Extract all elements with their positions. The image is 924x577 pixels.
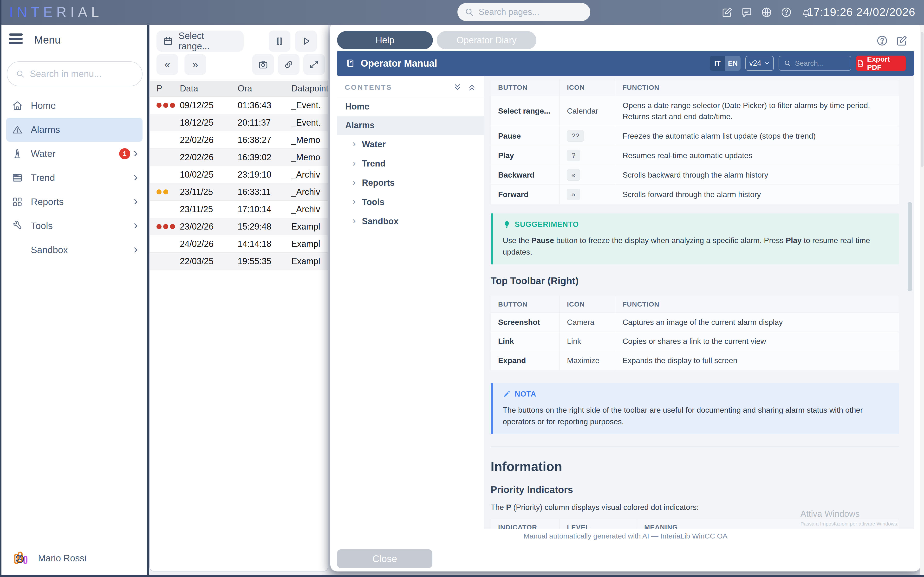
modal-edit-icon[interactable] [896, 34, 908, 47]
sidebar-item-trend[interactable]: Trend› [6, 166, 142, 190]
select-range-button[interactable]: Select range... [157, 31, 244, 52]
table-row: Forward»Scrolls forward through the alar… [491, 185, 899, 204]
table-column-header: MEANING [637, 519, 899, 529]
alarm-row[interactable]: 24/02/2614:14:18Exampl [150, 235, 328, 253]
contents-item-sandbox[interactable]: ›Sandbox [337, 212, 484, 231]
alarm-table-body: 09/12/2501:36:43_Event.18/12/2520:11:37_… [150, 97, 328, 270]
cell-icon: Camera [560, 313, 615, 332]
alarm-time: 19:55:35 [237, 256, 291, 266]
lang-it[interactable]: IT [710, 56, 725, 71]
sidebar-search[interactable] [7, 61, 142, 86]
language-toggle[interactable]: IT EN [710, 56, 741, 71]
alarm-date: 24/02/26 [180, 239, 237, 249]
alarm-table-header: P Data Ora Datapoint [150, 81, 328, 97]
user-profile[interactable]: Mario Rossi [2, 549, 147, 568]
alarm-date: 22/02/26 [180, 152, 237, 163]
sidebar-item-alarms[interactable]: Alarms [6, 118, 142, 142]
contents-item-reports[interactable]: ›Reports [337, 173, 484, 192]
contents-item-home[interactable]: Home [337, 97, 484, 116]
alarm-date: 22/02/26 [180, 135, 237, 145]
cell-button: Forward [491, 185, 560, 204]
version-select[interactable]: v24 [745, 56, 774, 71]
contents-header: CONTENTS [337, 76, 484, 97]
edit-icon[interactable] [721, 6, 733, 18]
tab-operator-diary[interactable]: Operator Diary [437, 31, 536, 49]
frame-left [0, 0, 2, 577]
alarm-row[interactable]: 09/12/2501:36:43_Event. [150, 97, 328, 114]
chevrons-up-icon[interactable] [468, 83, 476, 92]
sidebar-item-water[interactable]: Water1› [6, 142, 142, 166]
play-button[interactable] [295, 31, 317, 52]
sidebar-item-sandbox[interactable]: Sandbox› [6, 238, 142, 262]
chevron-right-icon: › [134, 195, 138, 207]
key-badge: « [567, 169, 580, 181]
alarm-row[interactable]: 22/02/2616:39:02_Memo [150, 149, 328, 166]
expand-button[interactable] [303, 54, 325, 75]
table-row: LinkLinkCopies or shares a link to the c… [491, 332, 899, 351]
sidebar-item-home[interactable]: Home [6, 93, 142, 118]
pause-button[interactable] [269, 31, 290, 52]
global-search-input[interactable] [478, 7, 583, 17]
contents-item-label: Home [345, 102, 369, 112]
contents-item-alarms[interactable]: Alarms [337, 116, 484, 135]
contents-items: HomeAlarms›Water›Trend›Reports›Tools›San… [337, 97, 484, 231]
manual-scrollbar-thumb[interactable] [908, 202, 912, 292]
hamburger-menu-icon[interactable] [9, 34, 23, 44]
global-search[interactable] [457, 3, 590, 21]
tab-help[interactable]: Help [337, 31, 433, 49]
sidebar-search-input[interactable] [29, 69, 133, 79]
page-scrollbar-thumb[interactable] [921, 32, 924, 167]
table-column-header: BUTTON [491, 296, 560, 313]
export-pdf-button[interactable]: PDF Export PDF [856, 56, 906, 71]
note-text: The buttons on the right side of the too… [503, 404, 889, 427]
cell-function: Copies or shares a link to the current v… [615, 332, 899, 351]
screenshot-button[interactable] [252, 54, 274, 75]
alarm-time: 15:29:48 [237, 222, 291, 232]
chevrons-down-icon[interactable] [453, 83, 462, 92]
chevron-right-icon: › [352, 139, 355, 149]
chevron-right-icon: › [352, 177, 355, 188]
alarm-row[interactable]: 22/02/2616:38:27_Memo [150, 131, 328, 149]
forward-button[interactable]: » [184, 54, 206, 75]
alarm-row[interactable]: 10/02/2523:19:10_Archiv [150, 166, 328, 183]
sidebar-item-label: Tools [31, 221, 53, 231]
sidebar-item-reports[interactable]: Reports› [6, 190, 142, 214]
help-icon[interactable] [780, 6, 792, 18]
contents-item-trend[interactable]: ›Trend [337, 154, 484, 173]
reports-icon [11, 196, 23, 208]
page-scrollbar[interactable] [920, 25, 924, 575]
globe-icon[interactable] [761, 6, 772, 18]
information-title: Information [491, 459, 899, 474]
home-icon [11, 100, 23, 111]
contents-item-tools[interactable]: ›Tools [337, 192, 484, 212]
manual-search-input[interactable] [795, 59, 846, 68]
contents-item-label: Sandbox [362, 216, 399, 226]
cell-icon: « [560, 165, 615, 185]
backward-button[interactable]: « [157, 54, 178, 75]
modal-help-icon[interactable] [876, 34, 888, 47]
manual-search[interactable] [779, 56, 851, 71]
lang-en[interactable]: EN [725, 56, 741, 71]
table-column-header: LEVEL [560, 519, 637, 529]
sidebar-item-label: Home [31, 100, 56, 111]
cell-function: Freezes the automatic alarm list update … [615, 126, 899, 145]
tip-label: SUGGERIMENTO [515, 220, 579, 229]
contents-nav: CONTENTS HomeAlarms›Water›Trend›Reports›… [337, 76, 485, 529]
alarm-row[interactable]: 23/02/2615:29:48Exampl [150, 218, 328, 235]
close-button[interactable]: Close [337, 549, 432, 568]
alarm-row[interactable]: 22/03/2519:55:35Exampl [150, 253, 328, 270]
pen-icon [503, 390, 511, 398]
link-button[interactable] [278, 54, 299, 75]
contents-item-water[interactable]: ›Water [337, 135, 484, 154]
manual-title-group: Operator Manual [345, 58, 437, 69]
sidebar-item-tools[interactable]: Tools› [6, 214, 142, 238]
alarm-row[interactable]: 18/12/2520:11:37_Event. [150, 114, 328, 131]
notification-badge: 1 [119, 148, 130, 159]
alarm-row[interactable]: 23/11/2517:10:14_Archiv [150, 201, 328, 218]
alarm-row[interactable]: 23/11/2516:33:11_Archiv [150, 183, 328, 201]
backward-icon: « [165, 58, 170, 71]
table-column-header: BUTTON [491, 79, 560, 96]
chat-icon[interactable] [741, 6, 753, 18]
alarm-date: 09/12/25 [180, 100, 237, 110]
app-logo: INTERIAL [9, 4, 103, 20]
